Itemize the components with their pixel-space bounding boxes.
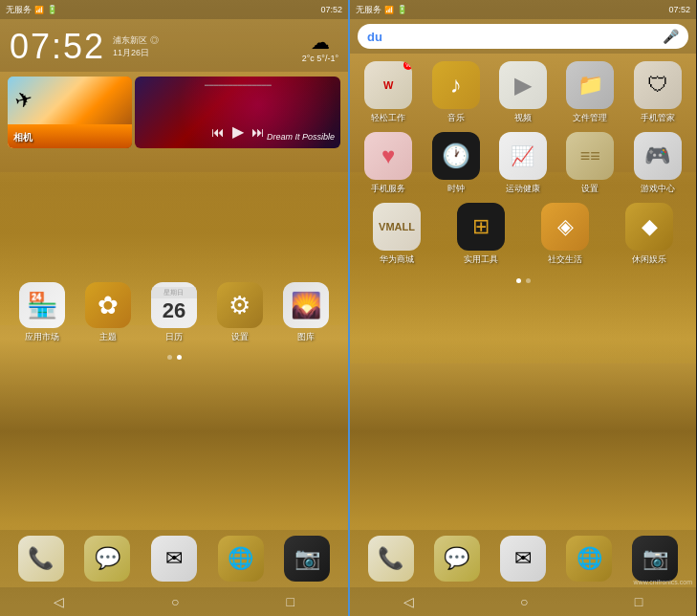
- video-label: 视频: [514, 112, 532, 124]
- app-phoneservice[interactable]: ♥ 手机服务: [359, 132, 418, 195]
- weather-icon: ☁: [302, 31, 338, 54]
- theme-label: 主题: [99, 331, 117, 343]
- app-gallery[interactable]: 🌄 图库: [277, 282, 335, 343]
- mic-icon[interactable]: 🎤: [663, 29, 679, 44]
- battery-icon: 🔋: [47, 5, 57, 14]
- left-status-right: 07:52: [320, 5, 342, 14]
- app-calendar[interactable]: 星期日 26 日历: [145, 282, 203, 343]
- right-screen: 无服务 📶 🔋 07:52 du 🎤 W W 轻松工作 ♪: [348, 0, 696, 616]
- right-recent-button[interactable]: □: [625, 590, 652, 613]
- app-easywork[interactable]: W W 轻松工作: [359, 61, 418, 124]
- left-back-button[interactable]: ◁: [44, 590, 74, 613]
- browser-icon: 🌐: [228, 546, 253, 571]
- right-dock-browser[interactable]: 🌐: [566, 536, 612, 582]
- app-music[interactable]: ♪ 音乐: [426, 61, 486, 124]
- app-phonemanager[interactable]: 🛡 手机管家: [628, 61, 687, 124]
- left-recent-button[interactable]: □: [277, 590, 304, 613]
- blessings-icon: ≡≡: [566, 132, 614, 180]
- dock-sms[interactable]: 💬: [84, 536, 130, 582]
- date-location-block: 浦东新区 ◎ 11月26日: [113, 34, 159, 59]
- left-status-bar: 无服务 📶 🔋 07:52: [0, 0, 348, 19]
- search-logo: du: [367, 30, 382, 44]
- easywork-icon: W W: [364, 61, 412, 109]
- right-dock-phone[interactable]: 📞: [368, 536, 414, 582]
- weather-section: ☁ 2°c 5°/-1°: [302, 31, 338, 63]
- dock-mail[interactable]: ✉: [151, 536, 197, 582]
- date-text: 11月26日: [113, 47, 159, 59]
- dock-camera[interactable]: 📷: [284, 536, 330, 582]
- play-button[interactable]: ▶: [232, 122, 244, 141]
- vmall-label: 华为商城: [380, 253, 414, 266]
- calendar-label: 日历: [165, 331, 183, 343]
- clock-display: 07:52: [10, 27, 105, 67]
- app-tools[interactable]: ⊞ 实用工具: [451, 203, 511, 266]
- gallery-label: 图库: [297, 331, 315, 343]
- dock-browser[interactable]: 🌐: [218, 536, 264, 582]
- right-dot-2: [526, 278, 531, 283]
- music-app-icon: ♪: [432, 61, 480, 109]
- right-back-button[interactable]: ◁: [394, 590, 424, 613]
- dot-2: [177, 355, 182, 360]
- right-dock-camera[interactable]: 📷: [632, 536, 678, 582]
- dock-phone[interactable]: 📞: [18, 536, 64, 582]
- search-input[interactable]: [388, 28, 657, 45]
- filemanager-icon: 📁: [566, 61, 614, 109]
- app-social[interactable]: ◈ 社交生活: [535, 203, 595, 266]
- weather-temp: 2°c 5°/-1°: [302, 54, 338, 63]
- right-status-bar: 无服务 📶 🔋 07:52: [350, 0, 696, 19]
- right-dock-mail[interactable]: ✉: [500, 536, 546, 582]
- sms-icon: 💬: [95, 546, 120, 571]
- app-gamecenter[interactable]: 🎮 游戏中心: [628, 132, 687, 195]
- mail-icon: ✉: [165, 546, 183, 571]
- right-wifi-icon: 📶: [384, 6, 394, 14]
- left-screen: 无服务 📶 🔋 07:52 07:52 浦东新区 ◎ 11月26日 ☁ 2°c …: [0, 0, 348, 616]
- health-label: 运动健康: [506, 183, 540, 195]
- right-phone-icon: 📞: [378, 546, 403, 571]
- social-icon: ◈: [541, 203, 589, 251]
- right-mail-icon: ✉: [514, 546, 532, 571]
- camera-widget-label: 相机: [13, 131, 33, 144]
- settings-icon: ⚙: [217, 282, 263, 328]
- right-battery-icon: 🔋: [397, 5, 407, 14]
- left-home-button[interactable]: ○: [162, 590, 188, 613]
- wifi-icon: 📶: [34, 6, 44, 14]
- phoneservice-label: 手机服务: [371, 183, 405, 195]
- left-dock: 📞 💬 ✉ 🌐 📷: [0, 530, 348, 587]
- filemanager-label: 文件管理: [573, 112, 607, 124]
- search-bar[interactable]: du 🎤: [358, 24, 688, 49]
- right-nav-bar: ◁ ○ □: [350, 587, 696, 616]
- app-video[interactable]: ▶ 视频: [493, 61, 553, 124]
- next-button[interactable]: ⏭: [251, 124, 265, 140]
- music-label: 音乐: [447, 112, 465, 124]
- app-settings[interactable]: ⚙ 设置: [211, 282, 269, 343]
- music-title: Dream It Possible: [267, 132, 335, 143]
- left-app-grid: 🏪 应用市场 ✿ 主题 星期日 26 日历 ⚙ 设置: [0, 268, 348, 358]
- app-blessings[interactable]: ≡≡ 设置: [560, 132, 620, 195]
- tools-icon: ⊞: [457, 203, 505, 251]
- right-status-right: 07:52: [668, 5, 690, 14]
- clock-icon: 🕐: [432, 132, 480, 180]
- right-home-button[interactable]: ○: [511, 590, 537, 613]
- right-search-container: du 🎤: [350, 19, 696, 54]
- right-dock: 📞 💬 ✉ 🌐 📷: [350, 530, 696, 587]
- right-status-left: 无服务 📶 🔋: [356, 4, 407, 16]
- entertainment-icon: ◆: [625, 203, 673, 251]
- app-entertainment[interactable]: ◆ 休闲娱乐: [620, 203, 679, 266]
- prev-button[interactable]: ⏮: [211, 124, 225, 140]
- app-health[interactable]: 📈 运动健康: [493, 132, 553, 195]
- right-dot-1: [516, 278, 521, 283]
- app-market[interactable]: 🏪 应用市场: [13, 282, 71, 343]
- app-vmall[interactable]: VMALL 华为商城: [367, 203, 426, 266]
- gallery-icon: 🌄: [283, 282, 329, 328]
- dot-1: [167, 355, 172, 360]
- right-page-dots: [350, 276, 696, 288]
- entertainment-label: 休闲娱乐: [632, 253, 666, 266]
- music-widget[interactable]: ━━━━━━━━━━━━━━ ⏮ ▶ ⏭ Dream It Possible: [135, 77, 340, 148]
- camera-widget[interactable]: ✈ 相机: [8, 77, 132, 148]
- app-clock[interactable]: 🕐 时钟: [426, 132, 486, 195]
- calendar-icon: 星期日 26: [151, 282, 197, 328]
- right-dock-sms[interactable]: 💬: [434, 536, 480, 582]
- app-theme[interactable]: ✿ 主题: [79, 282, 137, 343]
- app-filemanager[interactable]: 📁 文件管理: [560, 61, 620, 124]
- theme-icon: ✿: [85, 282, 131, 328]
